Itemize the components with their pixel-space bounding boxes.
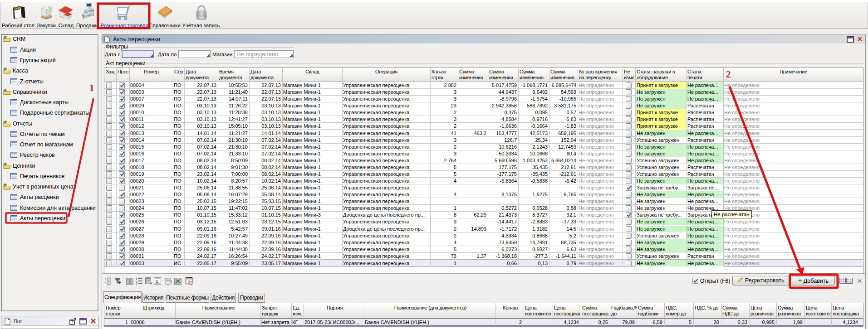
svg-text:1: 1	[89, 82, 94, 93]
svg-text:2: 2	[726, 69, 731, 80]
